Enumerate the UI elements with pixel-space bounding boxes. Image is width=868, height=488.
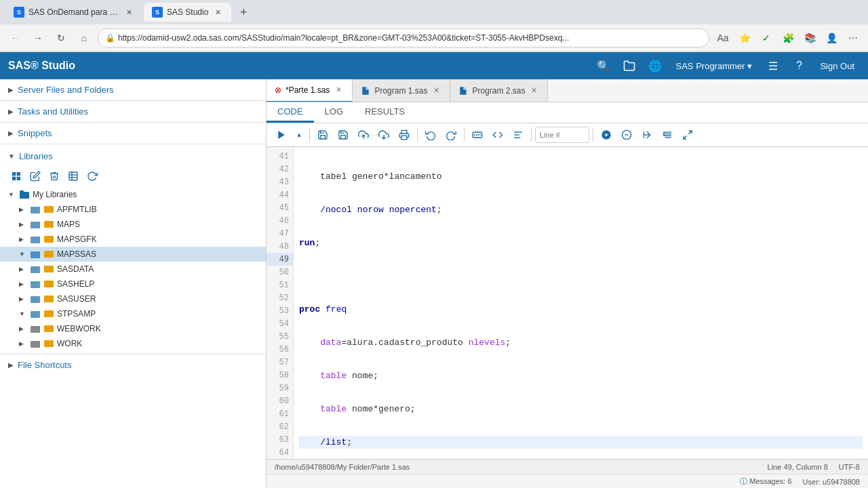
SASHELP-label: SASHELP [57, 279, 94, 289]
file-shortcuts-section[interactable]: ▶ File Shortcuts [0, 354, 266, 375]
table-view-button[interactable] [65, 168, 81, 184]
bottom-messages-bar: ⓘ Messages: 6 User: u59478808 [267, 474, 868, 488]
refresh-libraries-button[interactable] [84, 168, 100, 184]
edit-library-button[interactable] [27, 168, 43, 184]
tasks-utilities-header[interactable]: ▶ Tasks and Utilities [0, 101, 266, 122]
APFMTLIB-arrow: ▶ [19, 206, 27, 213]
undo-button[interactable] [421, 126, 440, 144]
favorites-icon[interactable]: ⭐ [735, 28, 754, 47]
toolbar-sep-5 [593, 128, 593, 142]
browser-tab-2-close[interactable]: ✕ [212, 7, 223, 18]
save-button[interactable] [313, 126, 332, 144]
lib-item-APFMTLIB[interactable]: ▶ APFMTLIB [0, 202, 266, 217]
svg-rect-14 [31, 237, 40, 243]
browser-tab-2[interactable]: S SAS Studio ✕ [144, 3, 231, 22]
lib-item-MAPS[interactable]: ▶ MAPS [0, 217, 266, 232]
new-tab-button[interactable]: + [234, 3, 253, 22]
cancel-submit-button[interactable] [617, 126, 636, 144]
libraries-header[interactable]: ▼ Libraries [0, 147, 266, 165]
server-files-header[interactable]: ▶ Server Files and Folders [0, 79, 266, 100]
globe-icon[interactable]: 🌐 [645, 56, 665, 76]
browser-tab-1[interactable]: S SAS OnDemand para académico... ✕ [5, 3, 141, 22]
lib-item-MAPSGFK[interactable]: ▶ MAPSGFK [0, 232, 266, 247]
settings-icon[interactable]: ⋯ [844, 28, 863, 47]
back-button[interactable]: ← [5, 28, 24, 47]
home-button[interactable]: ⌂ [75, 28, 94, 47]
collections-icon[interactable]: 📚 [800, 28, 819, 47]
WORK-icon [30, 338, 41, 349]
upload-button[interactable] [354, 126, 373, 144]
server-files-label: Server Files and Folders [18, 85, 114, 95]
browser-tab-1-close[interactable]: ✕ [125, 7, 133, 18]
run-options-button[interactable] [292, 126, 306, 144]
submit-button[interactable] [597, 126, 616, 144]
sign-out-button[interactable]: Sign Out [814, 58, 860, 74]
snippet-button[interactable] [488, 126, 507, 144]
editor-tab-program1[interactable]: Program 1.sas ✕ [353, 79, 450, 102]
format-button[interactable] [509, 126, 528, 144]
shortcut-button[interactable] [468, 126, 487, 144]
forward-button[interactable]: → [28, 28, 47, 47]
run-button[interactable] [272, 126, 291, 144]
editor-tab-program2[interactable]: Program 2.sas ✕ [450, 79, 548, 102]
search-icon[interactable]: 🔍 [593, 56, 614, 76]
menu-icon[interactable]: ☰ [763, 56, 783, 76]
WEBWORK-sub-icon [43, 323, 54, 334]
tab-bar: S SAS OnDemand para académico... ✕ S SAS… [0, 0, 868, 24]
download-button[interactable] [374, 126, 393, 144]
app-bar: SAS® Studio 🔍 🌐 SAS Programmer ▾ ☰ ? Sig… [0, 52, 868, 79]
user-menu[interactable]: SAS Programmer ▾ [671, 58, 758, 74]
account-icon[interactable]: 👤 [822, 28, 841, 47]
view-tabs: CODE LOG RESULTS [267, 102, 868, 123]
file-path: /home/u59478808/My Folder/Parte 1.sas [275, 463, 410, 471]
step-button[interactable] [637, 126, 656, 144]
view-tab-results[interactable]: RESULTS [354, 102, 416, 123]
SASDATA-icon [30, 264, 41, 274]
snippets-header[interactable]: ▶ Snippets [0, 123, 266, 144]
snippets-label: Snippets [18, 128, 52, 138]
my-libraries-arrow: ▼ [8, 191, 16, 198]
line-number-input[interactable] [535, 127, 589, 143]
lib-item-SASHELP[interactable]: ▶ SASHELP [0, 277, 266, 291]
redo-button[interactable] [441, 126, 460, 144]
editor-tab-parte1[interactable]: ⊗ *Parte 1.sas ✕ [267, 79, 353, 102]
extensions-icon[interactable]: 🧩 [778, 28, 797, 47]
editor-panel: ⊗ *Parte 1.sas ✕ Program 1.sas ✕ Program… [267, 79, 868, 488]
code-line-42: /nocol norow nopercent; [299, 203, 863, 216]
save-as-button[interactable] [334, 126, 353, 144]
my-libraries-icon [19, 189, 30, 200]
my-libraries-root[interactable]: ▼ My Libraries [0, 187, 266, 202]
indent-button[interactable] [658, 126, 677, 144]
editor-tab-parte1-close[interactable]: ✕ [334, 85, 344, 95]
open-file-icon[interactable] [619, 56, 639, 76]
new-library-button[interactable] [8, 168, 24, 184]
lib-item-SASDATA[interactable]: ▶ SASDATA [0, 262, 266, 277]
lib-item-WORK[interactable]: ▶ WORK [0, 336, 266, 351]
code-editor[interactable]: tabel genero*lancamento /nocol norow nop… [294, 147, 868, 459]
lib-item-WEBWORK[interactable]: ▶ WEBWORK [0, 321, 266, 336]
svg-rect-4 [69, 172, 77, 180]
code-line-47: table nome; [299, 369, 863, 382]
view-tab-log[interactable]: LOG [314, 102, 354, 123]
lib-item-MAPSSAS[interactable]: ▼ MAPSSAS [0, 247, 266, 262]
read-mode-icon[interactable]: Aa [713, 28, 732, 47]
view-tab-code[interactable]: CODE [267, 102, 314, 123]
help-icon[interactable]: ? [789, 56, 809, 76]
delete-library-button[interactable] [46, 168, 62, 184]
svg-rect-22 [31, 296, 40, 303]
editor-tab-program1-label: Program 1.sas [374, 86, 427, 96]
address-bar[interactable]: 🔒 https://odamid-usw2.oda.sas.com/SASStu… [98, 28, 709, 47]
lib-item-SASUSER[interactable]: ▶ SASUSER [0, 291, 266, 306]
lib-item-STPSAMP[interactable]: ▼ STPSAMP [0, 306, 266, 321]
WORK-arrow: ▶ [19, 340, 27, 347]
code-area[interactable]: 41 42 43 44 45 46 47 48 49 50 51 52 53 5… [267, 147, 868, 459]
info-circle-icon: ⓘ [740, 477, 747, 485]
APFMTLIB-label: APFMTLIB [57, 205, 97, 214]
print-button[interactable] [395, 126, 414, 144]
editor-tab-program2-close[interactable]: ✕ [529, 85, 539, 96]
reload-button[interactable]: ↻ [52, 28, 71, 47]
editor-tab-program1-close[interactable]: ✕ [431, 85, 441, 96]
libraries-section: ▼ Libraries [0, 144, 266, 354]
line-num-56: 56 [267, 343, 293, 356]
fullscreen-button[interactable] [678, 126, 697, 144]
